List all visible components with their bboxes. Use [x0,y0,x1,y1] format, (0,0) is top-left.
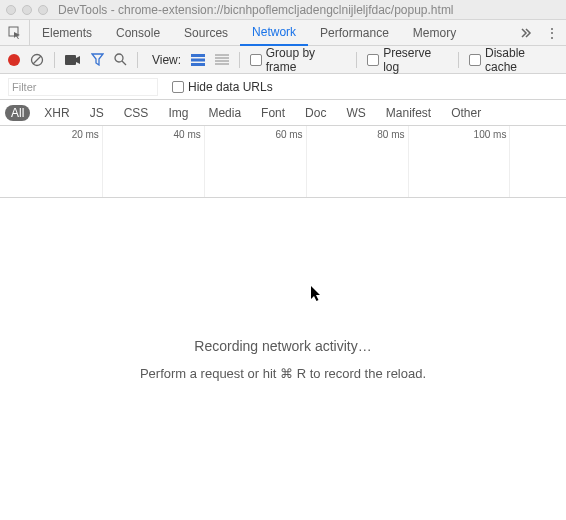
disable-cache-label: Disable cache [485,46,558,74]
clear-button[interactable] [30,53,44,67]
capture-screenshots-button[interactable] [65,54,81,66]
request-type-filter: All XHR JS CSS Img Media Font Doc WS Man… [0,100,566,126]
hide-data-urls-label: Hide data URLs [188,80,273,94]
clear-icon [30,53,44,67]
checkbox-icon [367,54,379,66]
hide-data-urls-checkbox[interactable]: Hide data URLs [172,80,273,94]
tab-console[interactable]: Console [104,20,172,46]
svg-line-5 [122,61,126,65]
separator [137,52,138,68]
type-all[interactable]: All [5,105,30,121]
type-manifest[interactable]: Manifest [380,105,437,121]
type-other[interactable]: Other [445,105,487,121]
type-doc[interactable]: Doc [299,105,332,121]
tab-elements[interactable]: Elements [30,20,104,46]
svg-line-2 [33,56,41,64]
camera-icon [65,54,81,66]
type-font[interactable]: Font [255,105,291,121]
type-img[interactable]: Img [162,105,194,121]
inspect-element-button[interactable] [0,20,30,46]
search-icon [114,53,127,66]
checkbox-icon [469,54,481,66]
filter-toggle-button[interactable] [91,53,104,66]
timeline-tick: 80 ms [377,129,407,140]
record-icon [8,54,20,66]
network-toolbar: View: Group by frame Preserve log Disabl… [0,46,566,74]
separator [54,52,55,68]
devtools-menu-button[interactable]: ⋮ [544,25,560,41]
svg-rect-3 [65,55,76,65]
timeline-tick: 60 ms [275,129,305,140]
recording-status: Recording network activity… [0,338,566,354]
traffic-close-icon[interactable] [6,5,16,15]
inspect-icon [8,26,22,40]
separator [239,52,240,68]
list-large-icon [191,54,205,66]
tab-memory[interactable]: Memory [401,20,468,46]
timeline-overview[interactable]: 20 ms 40 ms 60 ms 80 ms 100 ms [0,126,566,198]
funnel-icon [91,53,104,66]
tab-sources[interactable]: Sources [172,20,240,46]
group-by-frame-checkbox[interactable]: Group by frame [250,46,346,74]
separator [356,52,357,68]
tabs-overflow-button[interactable] [514,27,538,39]
tab-network[interactable]: Network [240,20,308,46]
type-css[interactable]: CSS [118,105,155,121]
traffic-zoom-icon[interactable] [38,5,48,15]
filter-placeholder: Filter [12,81,36,93]
list-small-icon [215,54,229,66]
traffic-minimize-icon[interactable] [22,5,32,15]
filter-input[interactable]: Filter [8,78,158,96]
preserve-log-checkbox[interactable]: Preserve log [367,46,448,74]
chevron-double-right-icon [520,27,532,39]
svg-rect-8 [191,63,205,66]
small-rows-button[interactable] [215,54,229,66]
svg-rect-7 [191,58,205,61]
search-button[interactable] [114,53,127,66]
large-rows-button[interactable] [191,54,205,66]
preserve-log-label: Preserve log [383,46,448,74]
type-ws[interactable]: WS [340,105,371,121]
checkbox-icon [250,54,262,66]
type-js[interactable]: JS [84,105,110,121]
group-by-frame-label: Group by frame [266,46,347,74]
separator [458,52,459,68]
svg-rect-6 [191,54,205,57]
tab-performance[interactable]: Performance [308,20,401,46]
type-xhr[interactable]: XHR [38,105,75,121]
timeline-tick: 20 ms [72,129,102,140]
recording-hint: Perform a request or hit ⌘ R to record t… [0,366,566,381]
window-titlebar: DevTools - chrome-extension://bicnhpofle… [0,0,566,20]
checkbox-icon [172,81,184,93]
view-label: View: [152,53,181,67]
requests-pane: Recording network activity… Perform a re… [0,198,566,498]
panel-tab-bar: Elements Console Sources Network Perform… [0,20,566,46]
record-button[interactable] [8,54,20,66]
timeline-tick: 40 ms [174,129,204,140]
svg-point-4 [115,54,123,62]
disable-cache-checkbox[interactable]: Disable cache [469,46,558,74]
filter-bar: Filter Hide data URLs [0,74,566,100]
window-title: DevTools - chrome-extension://bicnhpofle… [58,3,454,17]
type-media[interactable]: Media [202,105,247,121]
timeline-tick: 100 ms [474,129,510,140]
